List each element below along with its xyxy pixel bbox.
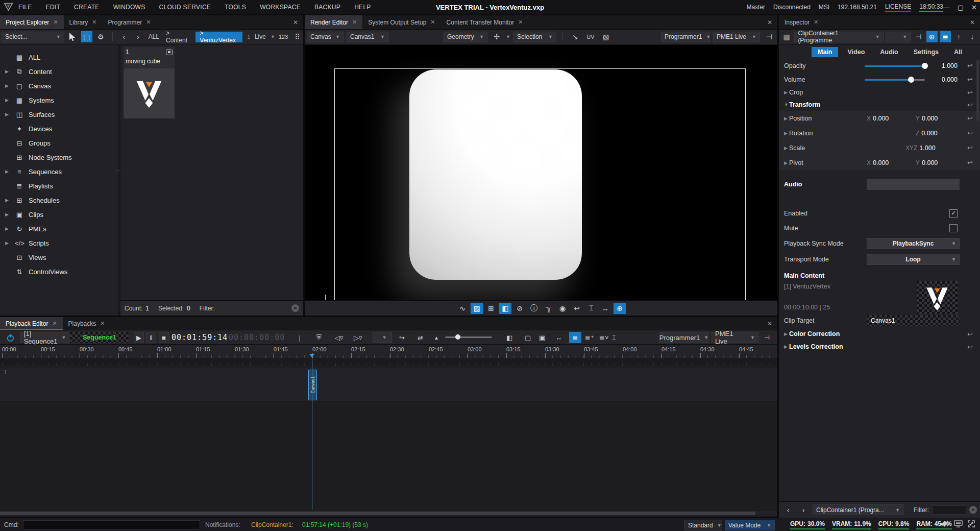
breadcrumb-current[interactable]: > VentuzVertex [195,32,242,42]
cursor-tool-button[interactable] [67,31,79,42]
frame-select-button[interactable]: ▧ [600,31,612,42]
close-tab-icon[interactable]: ✕ [100,320,105,327]
close-panel-icon[interactable]: ✕ [965,19,980,26]
grid-view-button[interactable]: ⠿ [291,31,303,42]
canvas-type-dropdown[interactable]: Canvas▼ [307,32,344,42]
uv-mode-button[interactable]: UV [584,31,597,42]
add-track-icon[interactable]: ≣⁺ [585,332,594,343]
content-thumbnail[interactable] [917,281,958,315]
collapse-tracks-icon[interactable]: ≣˅ [599,332,608,343]
inspector-tab-audio[interactable]: Audio [874,47,904,57]
canvas-instance-dropdown[interactable]: Canvas1▼ [347,32,388,42]
clear-filter-button[interactable]: ✕ [291,304,299,312]
sequence-name-badge[interactable]: Sequence1 [70,332,129,343]
content-card-moving-cube[interactable]: 1 moving cube [124,47,175,118]
property-list-button[interactable]: ≣ [940,31,951,42]
breadcrumb-all[interactable]: ALL [146,33,161,40]
opacity-slider[interactable] [865,65,925,67]
tree-item-node-systems[interactable]: ⊞Node Systems [0,150,118,164]
pme-live-dropdown[interactable]: PME1 Live▼ [713,32,760,42]
marker-dropdown[interactable]: ▼ [373,332,392,343]
tree-item-views[interactable]: ⊡Views [0,250,118,264]
inspector-filter-input[interactable] [932,505,966,515]
playhead-handle[interactable] [309,354,314,357]
maximize-button[interactable]: ▢ [958,4,964,11]
tab-content-transfer-monitor[interactable]: Content Transfer Monitor✕ [441,15,529,29]
tab-playback-editor[interactable]: Playback Editor✕ [0,317,63,330]
inspector-tab-main[interactable]: Main [812,47,838,57]
levels-correction-section[interactable]: ▶Levels Correction ↩ [779,341,980,353]
timeline-clip-canvas1[interactable]: Canvas1 [308,370,317,400]
inspector-tab-all[interactable]: All [948,47,968,57]
expand-arrow-icon[interactable]: ▶ [5,83,10,88]
nav-back-button[interactable]: ‹ [118,31,130,42]
timeline-track-1[interactable]: 1 [0,368,777,401]
mute-checkbox[interactable] [949,224,958,232]
expand-arrow-icon[interactable]: ▶ [5,98,10,103]
stop-button[interactable]: ■ [159,332,169,343]
reset-rotation-icon[interactable]: ↩ [967,129,973,137]
info-icon[interactable]: ⓘ [528,303,540,314]
dual-view-icon[interactable]: ◧ [499,303,511,314]
tab-project-explorer[interactable]: Project Explorer✕ [0,15,64,29]
secondary-object-dropdown[interactable]: –▼ [886,32,911,42]
playback-pme-dropdown[interactable]: PME1 Live▼ [712,332,758,343]
waveform-icon[interactable]: ∿ [456,303,469,314]
fit-timeline-icon[interactable]: ↔ [555,332,562,343]
expand-arrow-icon[interactable]: ▶ [5,69,10,74]
tree-item-canvas[interactable]: ▶▢Canvas [0,79,118,93]
scale-value[interactable]: 1.000 [919,144,935,152]
clip-target-field[interactable]: Canvas1 [867,315,960,326]
position-row[interactable]: ▶Position X0.000 Y0.000 ↩ [779,111,980,126]
expand-arrow-icon[interactable]: ▶ [5,226,10,231]
enabled-checkbox[interactable]: ✓ [949,209,958,218]
snapshot-icon[interactable]: ◉ [556,303,569,314]
next-marker-icon[interactable]: ▷▿ [354,332,362,343]
geometry-mode-dropdown[interactable]: Geometry▼ [444,32,487,42]
close-tab-icon[interactable]: ✕ [92,19,96,26]
next-object-button[interactable]: › [797,504,810,516]
pause-button[interactable]: ‖ [146,332,156,343]
playback-sync-dropdown[interactable]: PlaybackSync▼ [867,238,960,249]
close-tab-icon[interactable]: ✕ [518,19,523,26]
opacity-value[interactable]: 1.000 [942,62,958,69]
reset-scale-icon[interactable]: ↩ [967,144,973,152]
reset-position-icon[interactable]: ↩ [967,114,973,122]
frame-all-icon[interactable]: ▢ [525,332,531,343]
position-y-value[interactable]: 0.000 [922,115,938,122]
selection-mode-dropdown[interactable]: Selection▼ [513,32,556,42]
play-button[interactable]: ▶ [134,332,144,343]
rotation-row[interactable]: ▶Rotation Z0.000 ↩ [779,126,980,140]
volume-slider[interactable] [865,79,925,81]
position-x-value[interactable]: 0.000 [873,115,889,122]
background-image-icon[interactable]: ▨ [471,303,483,314]
transport-mode-dropdown[interactable]: Loop▼ [867,254,960,265]
pin-inspector-button[interactable]: ⊣ [913,31,924,42]
add-cue-icon[interactable]: ⛨ [316,332,322,343]
edit-cursor-icon[interactable]: ⌶ [612,332,616,343]
tree-item-scripts[interactable]: ▶</>Scripts [0,236,118,250]
reset-pivot-icon[interactable]: ↩ [967,159,973,166]
programmer-dropdown[interactable]: Programmer1▼ [661,32,710,42]
tree-item-surfaces[interactable]: ▶◫Surfaces [0,107,118,122]
frame-selection-icon[interactable]: ▣ [539,332,545,343]
expand-arrow-icon[interactable]: ▶ [5,212,10,217]
reset-view-icon[interactable]: ↩ [571,303,583,314]
expand-arrow-icon[interactable]: ▶ [5,112,10,117]
tab-playbacks[interactable]: Playbacks✕ [63,317,111,330]
tree-item-controlviews[interactable]: ⇅ControlViews [0,264,118,279]
expand-arrow-icon[interactable]: ▶ [5,240,10,246]
reset-opacity-icon[interactable]: ↩ [967,62,973,69]
tree-item-devices[interactable]: ✦Devices [0,122,118,136]
crop-section[interactable]: ▶Crop ↩ [779,86,980,99]
scale-row[interactable]: ▶Scale XYZ1.000 ↩ [779,140,980,155]
shear-tool-button[interactable]: ↘ [569,31,581,42]
sequence-dropdown[interactable]: [1] Sequence1▼ [20,332,69,343]
tree-item-playlists[interactable]: ≣Playlists [0,179,118,193]
object-history-dropdown[interactable]: ClipContainer1 (Progra...▼ [813,504,903,515]
minimize-button[interactable]: — [943,4,950,11]
center-view-icon[interactable]: ⌶ [585,303,597,314]
speaker-icon[interactable] [941,520,949,527]
close-panel-icon[interactable]: ✕ [762,320,777,327]
fit-width-icon[interactable]: ↔ [599,303,611,314]
